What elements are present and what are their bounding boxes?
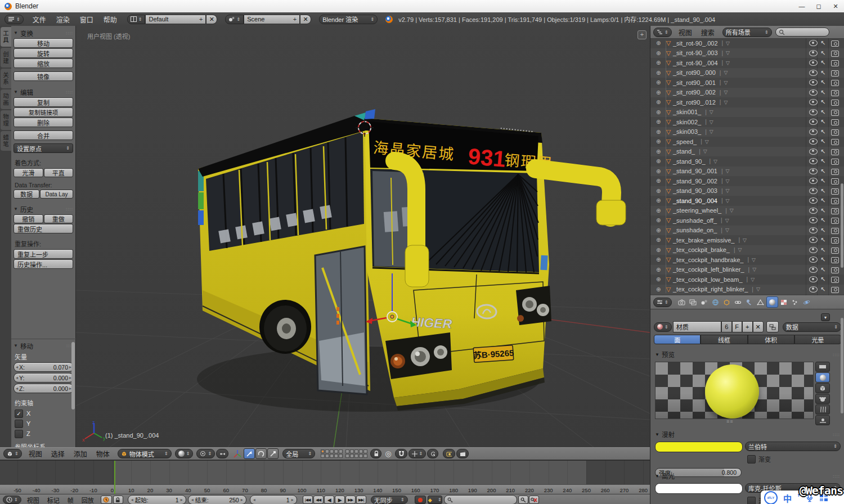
renderability-toggle-icon[interactable] bbox=[831, 169, 839, 175]
editor-type-3dview-button[interactable]: ⇕ bbox=[3, 449, 22, 458]
expand-icon[interactable]: ⊕ bbox=[656, 256, 664, 263]
object-name[interactable]: _skin002_ bbox=[673, 119, 701, 125]
viewport-menu-object[interactable]: 物体 bbox=[95, 449, 111, 458]
expand-icon[interactable]: ⊕ bbox=[656, 70, 664, 76]
visibility-toggle-icon[interactable] bbox=[809, 99, 818, 105]
object-name[interactable]: _sit_rot-90_.003 bbox=[673, 50, 718, 56]
mode-select[interactable]: 物体模式⇕ bbox=[118, 449, 172, 458]
visibility-toggle-icon[interactable] bbox=[809, 148, 818, 155]
maximize-button[interactable]: ◻ bbox=[810, 1, 827, 12]
selectability-toggle-icon[interactable]: ↖ bbox=[820, 266, 825, 273]
outliner-search-input[interactable] bbox=[775, 28, 829, 37]
visibility-toggle-icon[interactable] bbox=[809, 168, 818, 174]
layer-cell[interactable] bbox=[350, 449, 354, 453]
renderability-toggle-icon[interactable] bbox=[831, 267, 839, 273]
timeline-menu-marker[interactable]: 标记 bbox=[46, 496, 61, 504]
selectability-toggle-icon[interactable]: ↖ bbox=[820, 227, 825, 234]
screen-layout-field[interactable]: Default+ bbox=[145, 15, 206, 24]
mirror-button[interactable]: 镜像 bbox=[14, 71, 73, 81]
outliner-row[interactable]: ⊕▽_sit_rot90_.002|▽↖ bbox=[650, 88, 844, 98]
expand-icon[interactable]: ⊕ bbox=[656, 208, 664, 214]
expand-icon[interactable]: ⊕ bbox=[656, 99, 664, 105]
axis-y-row[interactable]: Y bbox=[11, 418, 76, 429]
layer-cell[interactable] bbox=[334, 454, 338, 458]
outliner-row[interactable]: ⊕▽_tex_cockpit_low_beam_|▽↖ bbox=[650, 274, 844, 285]
expand-icon[interactable]: ⊕ bbox=[656, 286, 664, 292]
constraints-tab-icon[interactable] bbox=[733, 297, 743, 307]
editor-type-timeline-button[interactable]: ⇕ bbox=[3, 496, 21, 504]
use-preview-range-button[interactable] bbox=[101, 496, 112, 504]
preview-cube-button[interactable] bbox=[815, 383, 830, 393]
object-name[interactable]: _skin003_ bbox=[673, 128, 701, 135]
play-reverse-button[interactable]: ◀ bbox=[324, 496, 334, 504]
outliner-row[interactable]: ⊕▽_skin001_|▽↖ bbox=[650, 107, 844, 118]
tab-surface[interactable]: 面 bbox=[654, 335, 701, 344]
specular-color-swatch[interactable] bbox=[655, 483, 743, 494]
modifiers-tab-icon[interactable] bbox=[744, 297, 755, 307]
object-name[interactable]: _sit_rot90_.000 bbox=[673, 69, 716, 76]
data-transfer-data-button[interactable]: 数据 bbox=[14, 190, 39, 199]
properties-context-collapse[interactable]: ▾ bbox=[821, 313, 830, 321]
selectability-toggle-icon[interactable]: ↖ bbox=[820, 197, 825, 204]
material-users-count[interactable]: 6 bbox=[721, 321, 732, 332]
tab-wire[interactable]: 线框 bbox=[701, 335, 747, 344]
vector-z-field[interactable]: ◂Z:0.000▸ bbox=[14, 384, 74, 393]
outliner-row[interactable]: ⊕▽_sit_rot90_.000|▽↖ bbox=[650, 68, 844, 78]
shade-smooth-button[interactable]: 光滑 bbox=[14, 168, 43, 177]
material-tab-icon[interactable] bbox=[766, 296, 778, 308]
selectability-toggle-icon[interactable]: ↖ bbox=[820, 236, 825, 244]
expand-icon[interactable]: ⊕ bbox=[656, 197, 664, 204]
object-name[interactable]: _tex_brake_emissive_ bbox=[673, 237, 734, 244]
proportional-edit-icon[interactable]: ◎ bbox=[385, 449, 391, 458]
layer-cell[interactable] bbox=[339, 449, 343, 453]
tab-physics[interactable]: 物理 bbox=[1, 110, 11, 130]
expand-icon[interactable]: ⊕ bbox=[656, 109, 664, 115]
material-name-field[interactable]: 材质 bbox=[673, 321, 721, 332]
visibility-toggle-icon[interactable] bbox=[809, 109, 818, 115]
outliner-row[interactable]: ⊕▽_stand_90_.004|▽↖ bbox=[650, 196, 844, 206]
object-name[interactable]: _skin001_ bbox=[673, 109, 701, 115]
object-name[interactable]: _stand_90_ bbox=[673, 158, 706, 165]
outliner-scrollbar[interactable] bbox=[841, 183, 843, 268]
visibility-toggle-icon[interactable] bbox=[809, 129, 818, 135]
current-frame-indicator[interactable] bbox=[114, 461, 115, 494]
menu-help[interactable]: 帮助 bbox=[102, 15, 118, 24]
manipulate-center-points-button[interactable] bbox=[216, 449, 228, 458]
viewport-menu-add[interactable]: 添加 bbox=[73, 449, 88, 458]
renderability-toggle-icon[interactable] bbox=[831, 218, 839, 224]
panel-edit-header[interactable]: ▼编辑:::: bbox=[11, 87, 75, 97]
renderability-toggle-icon[interactable] bbox=[831, 80, 839, 86]
shade-flat-button[interactable]: 平直 bbox=[44, 168, 74, 177]
manipulator-translate-button[interactable] bbox=[244, 448, 255, 459]
layer-cell[interactable] bbox=[359, 454, 363, 458]
scene-name-field[interactable]: Scene+ bbox=[244, 15, 300, 24]
renderability-toggle-icon[interactable] bbox=[831, 40, 839, 47]
tab-tools[interactable]: 工具 bbox=[1, 27, 11, 47]
renderability-toggle-icon[interactable] bbox=[831, 159, 839, 165]
particles-tab-icon[interactable] bbox=[790, 297, 801, 307]
renderability-toggle-icon[interactable] bbox=[831, 248, 839, 254]
visibility-toggle-icon[interactable] bbox=[809, 227, 818, 233]
scene-tab-icon[interactable] bbox=[699, 297, 710, 307]
object-name[interactable]: _stand_ bbox=[673, 148, 695, 155]
duplicate-button[interactable]: 复制 bbox=[14, 97, 73, 107]
properties-scrollbar[interactable] bbox=[841, 318, 843, 413]
axis-x-checkbox[interactable]: ✓ bbox=[15, 410, 23, 418]
manipulator-rotate-button[interactable] bbox=[255, 448, 267, 459]
region-expand-icon[interactable]: + bbox=[638, 30, 647, 39]
expand-icon[interactable]: ⊕ bbox=[656, 129, 664, 135]
layer-cell[interactable] bbox=[354, 449, 358, 453]
timeline-menu-view[interactable]: 视图 bbox=[26, 496, 41, 504]
expand-icon[interactable]: ⊕ bbox=[656, 267, 664, 273]
object-tab-icon[interactable] bbox=[721, 297, 732, 307]
preview-panel-header[interactable]: ▼预览:::: bbox=[650, 349, 844, 359]
expand-icon[interactable]: ⊕ bbox=[656, 119, 664, 125]
timeline-track[interactable] bbox=[0, 461, 650, 484]
diffuse-shader-select[interactable]: 兰伯特⇕ bbox=[745, 442, 841, 451]
snap-target-button[interactable] bbox=[427, 449, 438, 458]
renderability-toggle-icon[interactable] bbox=[831, 257, 839, 263]
renderability-toggle-icon[interactable] bbox=[831, 60, 839, 66]
material-add-button[interactable]: + bbox=[742, 321, 753, 332]
viewport-shading-select[interactable]: ⇕ bbox=[175, 449, 194, 458]
object-name[interactable]: _tex_cockpit_low_beam_ bbox=[673, 276, 743, 283]
